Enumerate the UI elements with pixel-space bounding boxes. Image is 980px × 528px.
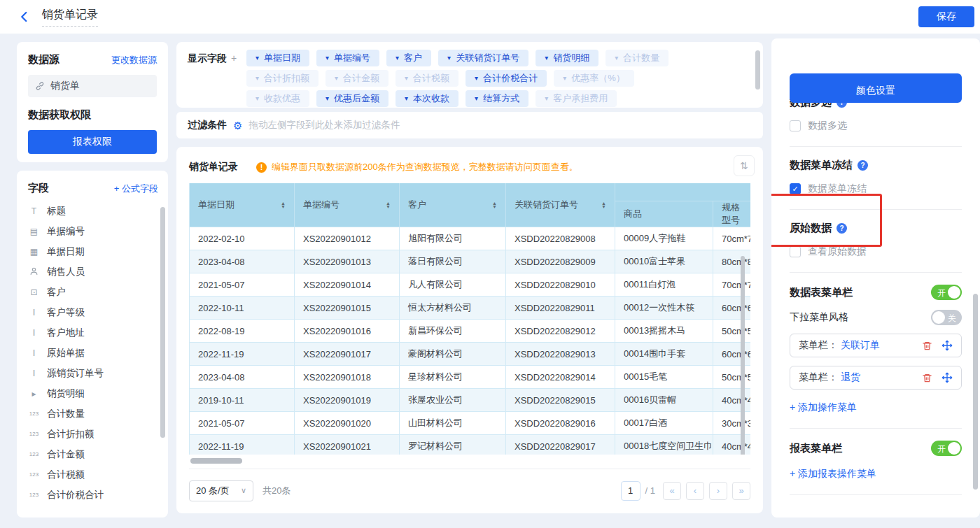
column-header[interactable]: 单据编号 ▲▼	[295, 183, 400, 227]
page-title[interactable]: 销货单记录	[42, 8, 98, 27]
menu-bar-item[interactable]: 菜单栏： 退货	[790, 366, 962, 390]
column-header[interactable]: 单据日期 ▲▼	[190, 183, 295, 227]
display-field-chip[interactable]: ▾销货明细	[536, 50, 598, 66]
field-item[interactable]: ▸销货明细	[28, 383, 158, 404]
chevron-down-icon: ▾	[563, 75, 566, 82]
raw-data-checkbox-row[interactable]: 查看原始数据	[790, 245, 962, 258]
display-field-chip[interactable]: ▾本次收款	[396, 90, 458, 107]
back-icon[interactable]	[18, 10, 32, 24]
table-row[interactable]: 2022-11-19XS20220901017豪阁材料公司XSDD2022082…	[190, 343, 750, 366]
sub-column-header[interactable]: 规格型号	[713, 201, 750, 227]
table-cell: XSDD20220829009	[506, 250, 615, 273]
table-row[interactable]: 2023-04-08XS20220901013落日有限公司XSDD2022082…	[190, 250, 750, 273]
column-header[interactable]: 关联销货订单号 ▲▼	[506, 183, 615, 227]
table-row[interactable]: 2019-10-11XS20220901019张屋农业公司XSDD2022082…	[190, 389, 750, 412]
move-icon[interactable]	[941, 372, 953, 383]
display-field-chip[interactable]: ▾合计税额	[396, 70, 458, 87]
help-icon[interactable]: ?	[836, 223, 847, 234]
add-report-action-menu-link[interactable]: + 添加报表操作菜单	[790, 468, 962, 480]
fields-scrollbar[interactable]	[160, 207, 165, 438]
toggle-knob	[948, 286, 960, 299]
field-item[interactable]: ▤单据编号	[28, 221, 158, 241]
field-item[interactable]: ⊡客户	[28, 282, 158, 302]
table-vertical-scrollbar[interactable]	[741, 256, 745, 455]
display-field-chip[interactable]: ▾关联销货订单号	[438, 50, 528, 66]
sort-icon[interactable]: ▲▼	[492, 201, 497, 208]
checkbox[interactable]: ✓	[790, 183, 801, 194]
page-size-select[interactable]: 20 条/页 ∨	[189, 480, 253, 501]
datasource-item[interactable]: 销货单	[28, 75, 157, 97]
table-row[interactable]: 2022-11-19XS20220901021罗记材料公司XSDD2022082…	[190, 435, 750, 455]
add-formula-field-link[interactable]: + 公式字段	[114, 183, 158, 195]
field-item[interactable]: 123合计价税合计	[28, 485, 158, 505]
scrollbar-thumb[interactable]	[190, 458, 242, 464]
field-item[interactable]: Ⅰ客户等级	[28, 302, 158, 322]
sort-icon[interactable]: ▲▼	[386, 201, 391, 208]
table-row[interactable]: 2022-08-19XS20220901016新昌环保公司XSDD2022082…	[190, 320, 750, 343]
prev-page-button[interactable]: ‹	[686, 482, 704, 500]
menu-bar-item[interactable]: 菜单栏： 关联订单	[790, 334, 962, 357]
display-field-chip[interactable]: ▾收款优惠	[246, 90, 309, 107]
display-field-chip[interactable]: ▾单据编号	[316, 50, 379, 66]
delete-icon[interactable]	[922, 341, 932, 351]
field-item[interactable]: Ⅰ原始单据	[28, 343, 158, 363]
sort-icon[interactable]: ▲▼	[601, 201, 606, 208]
delete-icon[interactable]	[922, 373, 932, 383]
page-number-input[interactable]: 1	[621, 481, 640, 501]
display-field-chip[interactable]: ▾客户	[386, 50, 431, 66]
save-button[interactable]: 保存	[918, 6, 974, 27]
table-row[interactable]: 2021-05-07XS20220901014凡人有限公司XSDD2022082…	[190, 273, 750, 297]
field-item[interactable]: T标题	[28, 201, 158, 221]
display-field-chip[interactable]: ▾合计折扣额	[246, 70, 318, 87]
display-field-chip[interactable]: ▾合计金额	[326, 70, 388, 87]
change-datasource-link[interactable]: 更改数据源	[111, 54, 157, 66]
field-item[interactable]: 123合计折扣额	[28, 424, 158, 444]
checkbox[interactable]	[790, 246, 801, 257]
table-title: 销货单记录	[189, 161, 238, 173]
field-item[interactable]: Ⅰ源销货订单号	[28, 363, 158, 383]
color-settings-button[interactable]: 颜色设置	[790, 73, 962, 103]
dropdown-style-toggle[interactable]: 关	[931, 310, 962, 325]
settings-scrollbar[interactable]	[973, 294, 978, 490]
field-item[interactable]: 销售人员	[28, 262, 158, 282]
sort-icon[interactable]: ▲▼	[281, 201, 286, 208]
column-header[interactable]: 客户 ▲▼	[400, 183, 506, 227]
checkbox[interactable]	[790, 120, 801, 131]
sort-order-button[interactable]: ⇅	[734, 155, 755, 176]
table-cell: XSDD20220829012	[506, 320, 615, 343]
display-field-chip[interactable]: ▾优惠率（%）	[554, 70, 634, 87]
sub-column-header[interactable]: 商品	[615, 201, 713, 227]
display-field-chip[interactable]: ▾单据日期	[246, 50, 309, 66]
field-item[interactable]: 123合计数量	[28, 404, 158, 424]
table-menu-toggle[interactable]: 开	[931, 285, 962, 300]
field-item[interactable]: 123合计税额	[28, 464, 158, 485]
display-field-chip[interactable]: ▾合计数量	[606, 50, 668, 66]
field-item[interactable]: Ⅰ客户地址	[28, 322, 158, 343]
table-horizontal-scrollbar[interactable]	[189, 457, 750, 464]
display-field-chip[interactable]: ▾优惠后金额	[316, 90, 388, 107]
gear-icon[interactable]: ⚙	[233, 120, 242, 131]
table-row[interactable]: 2022-10-11XS20220901015恒太方材料公司XSDD202208…	[190, 297, 750, 320]
menu-freeze-checkbox-row[interactable]: ✓ 数据菜单冻结	[790, 183, 962, 195]
add-action-menu-link[interactable]: + 添加操作菜单	[790, 401, 962, 414]
help-icon[interactable]: ?	[858, 160, 868, 171]
display-field-chip[interactable]: ▾客户承担费用	[536, 90, 617, 107]
table-row[interactable]: 2021-05-07XS20220901020山田材料公司XSDD2022082…	[190, 412, 750, 435]
table-row[interactable]: 2022-02-10XS20220901012旭阳有限公司XSDD2022082…	[190, 227, 750, 250]
report-menu-toggle[interactable]: 开	[931, 441, 962, 456]
display-field-chip[interactable]: ▾结算方式	[465, 90, 528, 107]
field-label: 单据日期	[47, 245, 85, 258]
first-page-button[interactable]: «	[663, 482, 681, 500]
field-item[interactable]: 123合计金额	[28, 444, 158, 464]
chevron-down-icon: ▾	[545, 95, 548, 102]
report-permission-button[interactable]: 报表权限	[28, 130, 157, 154]
display-field-chip[interactable]: ▾合计价税合计	[465, 70, 547, 87]
next-page-button[interactable]: ›	[709, 482, 727, 500]
table-row[interactable]: 2023-04-08XS20220901018星珍材料公司XSDD2022082…	[190, 366, 750, 389]
add-display-field-icon[interactable]: +	[231, 52, 237, 64]
multi-select-checkbox-row[interactable]: 数据多选	[790, 120, 962, 132]
display-fields-scrollbar[interactable]	[755, 50, 760, 90]
move-icon[interactable]	[941, 340, 953, 351]
last-page-button[interactable]: »	[732, 482, 750, 500]
field-item[interactable]: ▦单据日期	[28, 241, 158, 262]
